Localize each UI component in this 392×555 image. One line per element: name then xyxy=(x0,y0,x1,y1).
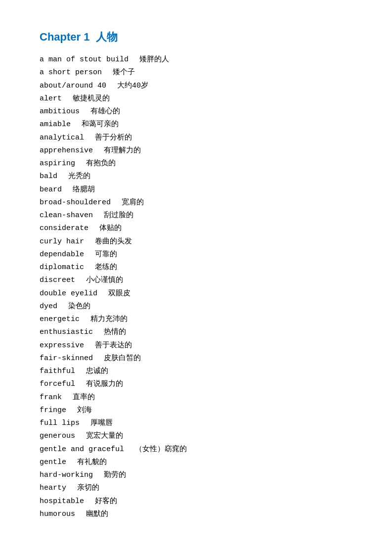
vocab-zh: 厚嘴唇 xyxy=(82,419,113,427)
vocab-zh: 和蔼可亲的 xyxy=(73,120,119,129)
vocab-en: full lips xyxy=(40,419,80,427)
vocab-en: beard xyxy=(40,185,62,194)
vocab-en: discreet xyxy=(40,276,75,284)
vocab-en: generous xyxy=(40,432,75,440)
vocab-item: gentle 有礼貌的 xyxy=(40,456,352,469)
vocab-zh: 可靠的 xyxy=(86,250,117,259)
vocab-en: hospitable xyxy=(40,497,84,506)
vocab-en: aspiring xyxy=(40,159,75,168)
vocab-zh: 老练的 xyxy=(86,263,117,272)
vocab-item: forceful 有说服力的 xyxy=(40,378,352,391)
vocab-en: enthusiastic xyxy=(40,328,93,336)
vocab-item: gentle and graceful （女性）窈窕的 xyxy=(40,443,352,456)
vocab-en: ambitious xyxy=(40,107,80,116)
vocab-item: curly hair 卷曲的头发 xyxy=(40,235,352,248)
vocab-zh: 有理解力的 xyxy=(95,146,141,155)
vocab-item: broad-shouldered 宽肩的 xyxy=(40,196,352,209)
vocab-en: curly hair xyxy=(40,237,84,246)
chapter-title-zh: 人物 xyxy=(96,31,118,43)
vocab-item: dependable 可靠的 xyxy=(40,248,352,261)
vocab-en: fringe xyxy=(40,406,66,415)
vocab-item: double eyelid 双眼皮 xyxy=(40,287,352,300)
vocab-zh: 热情的 xyxy=(95,328,126,336)
vocab-en: a man of stout build xyxy=(40,55,129,64)
vocab-en: faithful xyxy=(40,367,75,375)
vocab-item: discreet 小心谨慎的 xyxy=(40,274,352,287)
vocab-en: alert xyxy=(40,94,62,103)
vocab-en: double eyelid xyxy=(40,289,97,298)
vocab-item: hard-working 勤劳的 xyxy=(40,469,352,482)
vocab-zh: 大约40岁 xyxy=(108,82,148,90)
vocab-en: amiable xyxy=(40,120,71,129)
vocab-item: ambitious 有雄心的 xyxy=(40,105,352,118)
vocab-item: energetic 精力充沛的 xyxy=(40,313,352,326)
vocab-en: diplomatic xyxy=(40,263,84,272)
vocab-zh: 卷曲的头发 xyxy=(86,237,132,246)
vocab-en: expressive xyxy=(40,341,84,350)
vocab-item: fair-skinned 皮肤白皙的 xyxy=(40,352,352,365)
vocab-item: amiable 和蔼可亲的 xyxy=(40,118,352,131)
vocab-zh: 小心谨慎的 xyxy=(77,276,123,284)
vocab-zh: 双眼皮 xyxy=(99,289,131,298)
vocab-zh: 好客的 xyxy=(86,497,117,506)
vocab-zh: 皮肤白皙的 xyxy=(95,354,141,363)
vocab-zh: 矮个子 xyxy=(104,68,135,77)
vocab-zh: （女性）窈窕的 xyxy=(126,445,187,454)
vocab-zh: 勤劳的 xyxy=(95,471,126,479)
vocab-zh: 光秃的 xyxy=(59,172,90,181)
vocab-item: faithful 忠诚的 xyxy=(40,365,352,378)
vocab-item: hearty 亲切的 xyxy=(40,482,352,495)
vocab-zh: 有雄心的 xyxy=(82,107,120,116)
vocab-en: frank xyxy=(40,393,62,402)
vocab-item: hospitable 好客的 xyxy=(40,495,352,508)
vocab-en: bald xyxy=(40,172,57,181)
vocab-en: hearty xyxy=(40,484,66,492)
vocab-item: full lips 厚嘴唇 xyxy=(40,417,352,430)
vocab-zh: 幽默的 xyxy=(77,510,108,518)
vocab-en: gentle and graceful xyxy=(40,445,124,454)
vocab-en: hard-working xyxy=(40,471,93,479)
vocab-en: a short person xyxy=(40,68,102,77)
vocab-zh: 有礼貌的 xyxy=(68,458,107,466)
vocab-en: dyed xyxy=(40,302,57,311)
vocab-item: considerate 体贴的 xyxy=(40,222,352,235)
vocab-item: aspiring 有抱负的 xyxy=(40,157,352,170)
vocab-zh: 体贴的 xyxy=(90,224,122,232)
vocab-zh: 刮过脸的 xyxy=(95,211,133,220)
vocab-item: diplomatic 老练的 xyxy=(40,261,352,274)
vocab-item: beard 络腮胡 xyxy=(40,184,352,196)
vocab-item: frank 直率的 xyxy=(40,391,352,404)
vocab-zh: 有抱负的 xyxy=(77,159,116,168)
vocab-zh: 忠诚的 xyxy=(77,367,108,375)
vocab-en: forceful xyxy=(40,380,75,388)
vocab-zh: 宽肩的 xyxy=(113,198,144,207)
vocab-zh: 善于表达的 xyxy=(86,341,132,350)
vocab-en: considerate xyxy=(40,224,88,232)
vocab-zh: 亲切的 xyxy=(68,484,99,492)
vocab-item: a short person 矮个子 xyxy=(40,66,352,79)
vocab-en: dependable xyxy=(40,250,84,259)
vocab-en: clean-shaven xyxy=(40,211,93,220)
chapter-title-en: Chapter 1 xyxy=(40,31,89,43)
vocab-list: a man of stout build 矮胖的人a short person … xyxy=(40,53,352,521)
vocab-en: analytical xyxy=(40,134,84,142)
vocab-en: about/around 40 xyxy=(40,82,106,90)
vocab-item: clean-shaven 刮过脸的 xyxy=(40,209,352,222)
vocab-zh: 刘海 xyxy=(68,406,92,415)
vocab-item: fringe 刘海 xyxy=(40,404,352,417)
vocab-en: apprehensive xyxy=(40,146,93,155)
vocab-item: apprehensive 有理解力的 xyxy=(40,144,352,157)
vocab-zh: 善于分析的 xyxy=(86,134,132,142)
vocab-zh: 有说服力的 xyxy=(77,380,123,388)
vocab-en: broad-shouldered xyxy=(40,198,111,207)
vocab-item: expressive 善于表达的 xyxy=(40,339,352,352)
vocab-item: alert 敏捷机灵的 xyxy=(40,92,352,105)
vocab-item: humorous 幽默的 xyxy=(40,508,352,521)
vocab-item: a man of stout build 矮胖的人 xyxy=(40,53,352,66)
vocab-item: bald 光秃的 xyxy=(40,170,352,183)
vocab-item: generous 宽宏大量的 xyxy=(40,430,352,443)
vocab-item: analytical 善于分析的 xyxy=(40,132,352,144)
vocab-en: gentle xyxy=(40,458,66,466)
vocab-en: fair-skinned xyxy=(40,354,93,363)
vocab-en: humorous xyxy=(40,510,75,518)
